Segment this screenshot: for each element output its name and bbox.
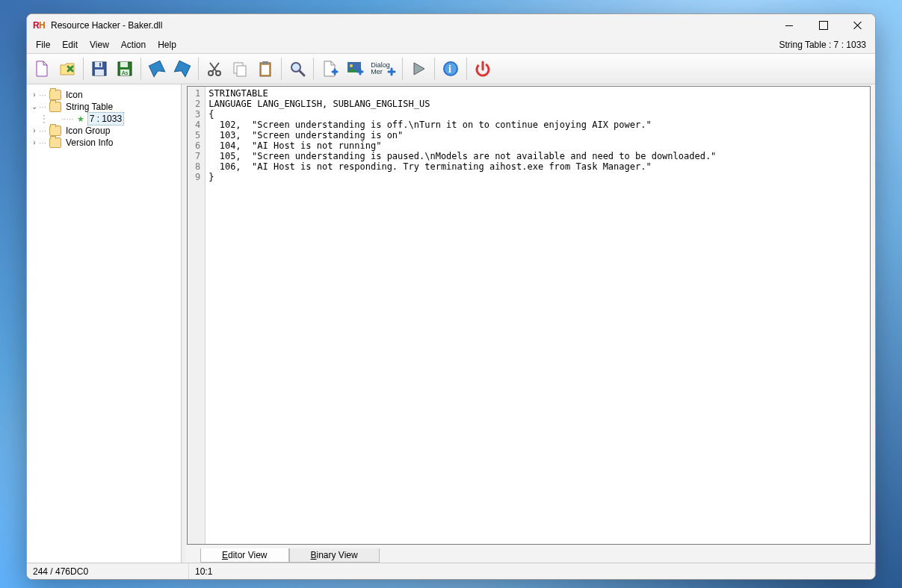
add-resource-button[interactable] xyxy=(318,57,342,81)
bookmark-prev-button[interactable] xyxy=(145,57,169,81)
toolbar-separator xyxy=(83,58,84,80)
toolbar-separator xyxy=(313,58,314,80)
status-size: 244 / 476DC0 xyxy=(27,563,189,579)
about-button[interactable]: i xyxy=(439,57,463,81)
scissors-icon xyxy=(206,60,223,78)
expand-icon[interactable]: › xyxy=(30,137,39,149)
editor-tabs: Editor View Binary View xyxy=(185,546,875,563)
svg-rect-5 xyxy=(99,63,101,66)
svg-text:H: H xyxy=(39,20,46,31)
window-buttons xyxy=(772,14,875,37)
tree-item-icon[interactable]: ›··· Icon xyxy=(30,89,179,101)
cut-button[interactable] xyxy=(203,57,226,81)
expand-icon[interactable]: › xyxy=(30,89,39,101)
new-file-button[interactable] xyxy=(30,57,54,81)
star-icon: ★ xyxy=(77,113,84,125)
tree-item-string-table[interactable]: ⌄··· String Table xyxy=(30,101,179,113)
text-editor[interactable]: 1 2 3 4 5 6 7 8 9 STRINGTABLE LANGUAGE L… xyxy=(187,86,871,545)
floppy-as-icon: As xyxy=(116,60,134,78)
title-bar[interactable]: R H Resource Hacker - Baker.dll xyxy=(27,14,875,37)
magnifier-icon xyxy=(288,60,306,78)
floppy-icon xyxy=(90,60,108,78)
paste-button[interactable] xyxy=(253,57,277,81)
add-resource-icon xyxy=(321,60,339,78)
open-file-icon xyxy=(58,60,76,78)
toolbar-separator xyxy=(198,58,199,80)
maximize-button[interactable] xyxy=(806,14,841,37)
toolbar-separator xyxy=(402,58,403,80)
menu-file[interactable]: File xyxy=(30,38,56,52)
svg-rect-15 xyxy=(262,61,268,64)
add-image-resource-button[interactable] xyxy=(343,57,367,81)
tab-binary-view[interactable]: Binary View xyxy=(289,548,380,563)
close-icon xyxy=(853,21,862,30)
bookmark-next-button[interactable] xyxy=(170,57,194,81)
bookmark-prev-icon xyxy=(148,60,166,78)
tree-item-string-table-entry[interactable]: ⋮ ····· ★ 7 : 1033 xyxy=(30,113,179,125)
svg-rect-16 xyxy=(262,65,269,75)
clipboard-icon xyxy=(256,60,274,78)
app-icon: R H xyxy=(33,19,46,32)
save-as-button[interactable]: As xyxy=(113,57,137,81)
tree-item-icon-group[interactable]: ›··· Icon Group xyxy=(30,125,179,137)
svg-text:As: As xyxy=(122,70,129,75)
folder-icon xyxy=(49,137,61,148)
close-button[interactable] xyxy=(841,14,875,37)
folder-icon xyxy=(49,102,61,112)
toolbar-separator xyxy=(140,58,141,80)
info-icon: i xyxy=(442,60,460,78)
client-area: ›··· Icon ⌄··· String Table xyxy=(27,84,875,563)
svg-rect-13 xyxy=(237,66,246,76)
power-icon xyxy=(474,60,492,78)
svg-rect-7 xyxy=(120,62,128,67)
code-area[interactable]: STRINGTABLE LANGUAGE LANG_ENGLISH, SUBLA… xyxy=(206,87,870,544)
menu-bar: File Edit View Action Help String Table … xyxy=(27,37,875,53)
minimize-icon xyxy=(785,25,793,26)
toolbar-separator xyxy=(466,58,467,80)
menu-view[interactable]: View xyxy=(84,38,115,52)
maximize-icon xyxy=(819,21,828,30)
line-number-gutter: 1 2 3 4 5 6 7 8 9 xyxy=(188,87,206,544)
svg-text:i: i xyxy=(448,64,451,75)
app-window: R H Resource Hacker - Baker.dll File Edi… xyxy=(26,13,876,580)
status-cursor: 10:1 xyxy=(189,563,875,579)
tree-item-label: 7 : 1033 xyxy=(87,112,124,126)
save-button[interactable] xyxy=(87,57,111,81)
toolbar-separator xyxy=(281,58,282,80)
copy-button[interactable] xyxy=(228,57,252,81)
resource-path-label: String Table : 7 : 1033 xyxy=(779,40,872,50)
resource-tree[interactable]: ›··· Icon ⌄··· String Table xyxy=(27,84,182,563)
plus-icon xyxy=(387,67,396,76)
compile-run-button[interactable] xyxy=(407,57,430,81)
collapse-icon[interactable]: ⌄ xyxy=(30,101,39,113)
open-file-button[interactable] xyxy=(55,57,79,81)
svg-rect-3 xyxy=(95,62,102,67)
window-title: Resource Hacker - Baker.dll xyxy=(51,20,162,31)
expand-icon[interactable]: › xyxy=(30,125,39,137)
folder-icon xyxy=(49,90,61,100)
play-icon xyxy=(410,60,427,78)
new-file-icon xyxy=(33,60,51,78)
svg-rect-4 xyxy=(95,69,104,75)
bookmark-next-icon xyxy=(173,60,191,78)
close-resource-button[interactable] xyxy=(471,57,495,81)
menu-action[interactable]: Action xyxy=(115,38,152,52)
svg-point-19 xyxy=(350,64,353,67)
editor-pane: 1 2 3 4 5 6 7 8 9 STRINGTABLE LANGUAGE L… xyxy=(185,84,875,563)
add-image-icon xyxy=(346,60,364,78)
dialog-merge-button[interactable]: Dialog Mer xyxy=(368,57,398,81)
find-button[interactable] xyxy=(285,57,309,81)
tree-item-version-info[interactable]: ›··· Version Info xyxy=(30,137,179,149)
toolbar-separator xyxy=(434,58,435,80)
menu-help[interactable]: Help xyxy=(152,38,182,52)
tab-editor-view[interactable]: Editor View xyxy=(200,548,289,563)
toolbar: As xyxy=(27,53,875,84)
menu-edit[interactable]: Edit xyxy=(56,38,84,52)
folder-icon xyxy=(49,126,61,136)
minimize-button[interactable] xyxy=(772,14,806,37)
copy-icon xyxy=(231,60,249,78)
status-bar: 244 / 476DC0 10:1 xyxy=(27,563,875,579)
